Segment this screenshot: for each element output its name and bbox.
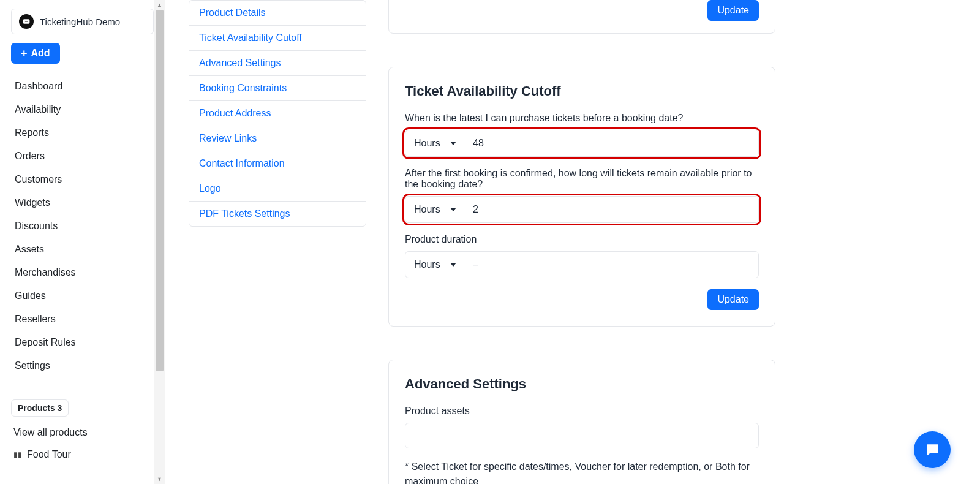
pause-icon: ▮▮	[13, 450, 22, 459]
product-details-card: Update	[388, 0, 775, 34]
main-content: Update Ticket Availability Cutoff When i…	[366, 0, 796, 484]
nav-reports[interactable]: Reports	[11, 121, 154, 145]
submenu-product-details[interactable]: Product Details	[189, 1, 366, 26]
plus-icon: +	[21, 48, 28, 59]
nav-availability[interactable]: Availability	[11, 98, 154, 121]
cutoff-q2-row: Hours	[405, 196, 759, 223]
product-item-label: Food Tour	[27, 449, 71, 460]
ticket-cutoff-card: Ticket Availability Cutoff When is the l…	[388, 67, 775, 327]
cutoff-q1-unit-select[interactable]: Hours	[405, 130, 464, 156]
cutoff-q2-label: After the first booking is confirmed, ho…	[405, 168, 759, 190]
advanced-settings-title: Advanced Settings	[405, 376, 759, 392]
account-avatar-icon	[19, 14, 34, 29]
cutoff-q1-unit: Hours	[414, 138, 440, 149]
nav-orders[interactable]: Orders	[11, 145, 154, 168]
chat-button[interactable]	[914, 431, 951, 468]
primary-nav: Dashboard Availability Reports Orders Cu…	[11, 75, 154, 377]
scroll-up-icon[interactable]: ▲	[154, 0, 165, 10]
nav-settings[interactable]: Settings	[11, 354, 154, 377]
cutoff-duration-input[interactable]	[464, 252, 758, 278]
cutoff-q2-unit: Hours	[414, 204, 440, 215]
cutoff-duration-row: Hours	[405, 251, 759, 278]
submenu-pdf-tickets-settings[interactable]: PDF Tickets Settings	[189, 202, 366, 226]
submenu-product-address[interactable]: Product Address	[189, 101, 366, 126]
nav-resellers[interactable]: Resellers	[11, 308, 154, 331]
cutoff-q2-input[interactable]	[464, 197, 758, 222]
cutoff-q1-row: Hours	[405, 130, 759, 157]
nav-customers[interactable]: Customers	[11, 168, 154, 191]
cutoff-q1-input[interactable]	[464, 130, 758, 156]
product-assets-input[interactable]	[405, 423, 759, 448]
settings-submenu: Product Details Ticket Availability Cuto…	[189, 0, 366, 227]
nav-view-all-products[interactable]: View all products	[11, 422, 154, 444]
update-button-top[interactable]: Update	[707, 0, 759, 21]
product-item-food-tour[interactable]: ▮▮ Food Tour	[11, 444, 154, 466]
submenu-logo[interactable]: Logo	[189, 176, 366, 202]
products-count-badge[interactable]: Products 3	[11, 399, 69, 417]
caret-down-icon	[450, 142, 456, 145]
submenu-contact-information[interactable]: Contact Information	[189, 151, 366, 176]
nav-deposit-rules[interactable]: Deposit Rules	[11, 331, 154, 354]
account-selector[interactable]: TicketingHub Demo	[11, 9, 154, 34]
cutoff-duration-unit-select[interactable]: Hours	[405, 252, 464, 278]
nav-assets[interactable]: Assets	[11, 238, 154, 261]
submenu-booking-constraints[interactable]: Booking Constraints	[189, 76, 366, 101]
cutoff-q2-unit-select[interactable]: Hours	[405, 197, 464, 222]
cutoff-duration-unit: Hours	[414, 259, 440, 270]
caret-down-icon	[450, 263, 456, 267]
cutoff-q1-label: When is the latest I can purchase ticket…	[405, 113, 759, 124]
scroll-thumb[interactable]	[156, 10, 164, 371]
right-gutter	[796, 0, 980, 484]
nav-guides[interactable]: Guides	[11, 284, 154, 308]
nav-dashboard[interactable]: Dashboard	[11, 75, 154, 98]
scroll-down-icon[interactable]: ▼	[154, 474, 165, 484]
sidebar: TicketingHub Demo + Add Dashboard Availa…	[0, 0, 165, 484]
cutoff-duration-label: Product duration	[405, 234, 759, 245]
product-assets-label: Product assets	[405, 406, 759, 417]
update-button-cutoff[interactable]: Update	[707, 289, 759, 310]
svg-rect-1	[24, 21, 28, 22]
add-button-label: Add	[31, 48, 50, 59]
product-assets-hint: * Select Ticket for specific dates/times…	[405, 459, 759, 484]
account-name: TicketingHub Demo	[40, 17, 120, 27]
submenu-advanced-settings[interactable]: Advanced Settings	[189, 51, 366, 76]
caret-down-icon	[450, 208, 456, 211]
nav-discounts[interactable]: Discounts	[11, 214, 154, 238]
advanced-settings-card: Advanced Settings Product assets * Selec…	[388, 360, 775, 484]
nav-widgets[interactable]: Widgets	[11, 191, 154, 214]
add-button[interactable]: + Add	[11, 43, 60, 64]
settings-submenu-column: Product Details Ticket Availability Cuto…	[165, 0, 366, 484]
sidebar-scrollbar[interactable]: ▲ ▼	[154, 0, 165, 484]
submenu-ticket-cutoff[interactable]: Ticket Availability Cutoff	[189, 26, 366, 51]
nav-merchandises[interactable]: Merchandises	[11, 261, 154, 284]
submenu-review-links[interactable]: Review Links	[189, 126, 366, 151]
chat-icon	[924, 442, 940, 458]
ticket-cutoff-title: Ticket Availability Cutoff	[405, 83, 759, 99]
